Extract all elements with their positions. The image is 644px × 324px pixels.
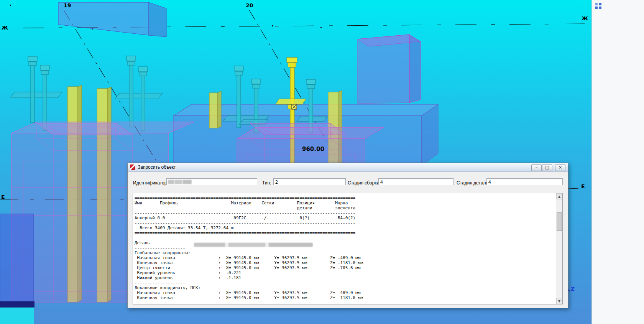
inquire-object-dialog: Запросить объект – □ × Идентификатор: Ти… (127, 163, 568, 308)
report-line: Нижний уровень : -1.181 (135, 275, 555, 280)
report-line: Конечная точка : X= 99145.0 мм Y= 36297.… (135, 260, 555, 265)
report-line: ========================================… (135, 196, 555, 201)
report-line: Конечная точка : X= 99145.0 мм Y= 36297.… (135, 295, 555, 300)
scroll-up-icon[interactable]: ▲ (556, 193, 562, 199)
scroll-down-icon[interactable]: ▼ (556, 298, 562, 304)
report-line: Центр тяжести : X= 99145.0 mm Y= 36297.5… (135, 265, 555, 270)
part-phase-input[interactable]: 4 (486, 178, 563, 185)
grid-label-e-left: Е (1, 194, 5, 200)
report-line: ========================================… (135, 230, 555, 235)
concrete-column-foreground[interactable] (0, 214, 34, 324)
report-line: Глобальные координаты: (135, 250, 555, 255)
dialog-title: Запросить объект (138, 164, 176, 170)
grid-label-e-right: Е (581, 183, 585, 189)
identifier-label: Идентификатор: (133, 180, 168, 186)
report-line (135, 235, 555, 240)
grid-label-20: 20 (246, 2, 253, 8)
report-line: Локальные координаты, ПСК: (135, 285, 555, 290)
dialog-titlebar[interactable]: Запросить объект (128, 163, 568, 172)
inquiry-report-area[interactable]: ========================================… (133, 193, 563, 304)
report-line: Анкерный б 0 09Г2С ./. 0(?) БА-0(?) (135, 215, 555, 220)
app-icon (130, 164, 135, 170)
part-phase-label: Стадия детали: (457, 180, 490, 186)
scroll-thumb[interactable] (557, 212, 562, 231)
part-phase-value: 4 (488, 179, 491, 185)
assembly-phase-value: 4 (380, 179, 383, 185)
grid-label-zh-right: Ж (582, 15, 588, 21)
identifier-input[interactable] (166, 178, 257, 185)
inquiry-report-text: ========================================… (135, 196, 555, 304)
grid-label-19: 19 (64, 2, 71, 8)
type-input[interactable]: 2 (273, 178, 346, 185)
report-line: Верхний уровень : -0.221 (135, 270, 555, 275)
selection-handle[interactable] (292, 104, 297, 109)
report-line: ----------------------------------------… (135, 211, 555, 215)
report-line: Имя Профиль Материал Сетки Позиция Марка (135, 201, 555, 206)
dimension-label: 960.00 (302, 146, 324, 153)
report-line: Всего 3409 Детали: 33.54 T, 3272.64 m (135, 225, 555, 230)
redacted-identifier-value (168, 180, 192, 184)
redacted-part-value (194, 243, 313, 247)
report-line: Начальная точка : X= 99145.0 мм Y= 36297… (135, 290, 555, 295)
close-button[interactable]: × (555, 164, 565, 171)
report-line: -------------------- (135, 280, 555, 285)
report-line: Начальная точка : X= 99145.0 мм Y= 36297… (135, 255, 555, 260)
maximize-button[interactable]: □ (542, 164, 552, 171)
report-scrollbar[interactable]: ▲ ▼ (556, 193, 562, 304)
side-panel (591, 0, 644, 324)
view-grid-icon[interactable] (595, 3, 601, 9)
minimize-button[interactable]: – (531, 164, 542, 171)
type-label: Тип: (262, 180, 271, 186)
grid-label-zh-left: Ж (2, 25, 8, 31)
assembly-phase-input[interactable]: 4 (378, 178, 453, 185)
type-value: 2 (275, 179, 278, 185)
assembly-phase-label: Стадия сборки: (348, 180, 381, 186)
report-line: детали элемента (135, 206, 555, 211)
report-line: ----------------------------------------… (135, 220, 555, 225)
axis-z-label: Z (571, 286, 575, 291)
concrete-column-right[interactable] (358, 35, 421, 104)
